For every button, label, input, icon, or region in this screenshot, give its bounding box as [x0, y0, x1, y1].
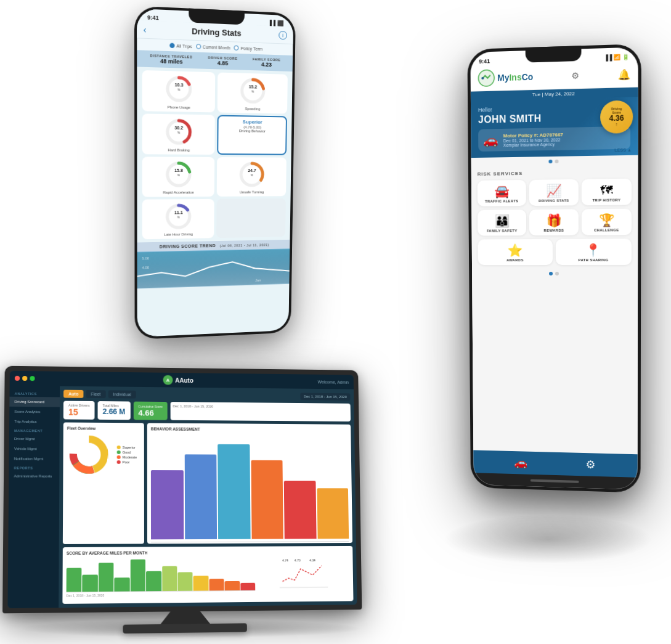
- policy-prefix: Motor Policy #:: [503, 132, 539, 138]
- sidebar-item-vehicle-mgmt[interactable]: Vehicle Mgmt: [9, 444, 60, 454]
- gauge-unsafe-turning: 24.7 % Unsafe Turning: [217, 157, 287, 197]
- gauge-driving-behavior: Superior (4.70-5.00) Driving Behavior: [217, 115, 287, 155]
- service-path-sharing[interactable]: 📍 PATH SHARING: [555, 238, 632, 265]
- service-challenge[interactable]: 🏆 CHALLENGE: [582, 209, 632, 235]
- monitor-main-content: Auto Fleet Individual Dec 1, 2018 - Jun …: [59, 386, 357, 608]
- bottom-bar-8: [177, 573, 193, 591]
- sidebar-item-score-analytics[interactable]: Score Analytics: [9, 407, 60, 417]
- car-icon: 🚗: [483, 132, 498, 148]
- bottom-bar-5: [130, 559, 145, 591]
- less-button[interactable]: LESS ▲: [614, 148, 632, 153]
- radio-current-month: [196, 44, 201, 49]
- maximize-window-control[interactable]: [30, 376, 35, 381]
- legend-dot-superior: [117, 446, 121, 449]
- service-family-safety[interactable]: 👨‍👩‍👦 FAMILY SAFETY: [478, 210, 526, 235]
- bottom-bar-1: [67, 568, 82, 592]
- sidebar-item-trip-analytics[interactable]: Trip Analytics: [9, 417, 60, 427]
- legend-label-superior: Superior: [123, 446, 136, 449]
- svg-text:11.1: 11.1: [174, 210, 183, 215]
- trend-label: DRIVING SCORE TREND: [160, 243, 216, 249]
- x-label-accel: Accel: [251, 543, 283, 544]
- gauge-hard-braking-label: Hard Braking: [168, 148, 190, 152]
- sidebar-item-notification-mgmt[interactable]: Notification Mgmt: [9, 454, 60, 463]
- monitor-sub-tab-2[interactable]: Individual: [108, 390, 136, 398]
- bell-icon[interactable]: 🔔: [618, 68, 631, 80]
- monitor-neck: [160, 611, 210, 624]
- policy-number-value: AD787667: [540, 132, 563, 138]
- monitor-sub-tab-1[interactable]: Fleet: [86, 390, 105, 398]
- sidebar-section-management: MANAGEMENT: [9, 426, 60, 434]
- left-phone: 9:41 ▐▐ ⬛ ‹ Driving Stats i All Trips Cu…: [134, 6, 296, 340]
- tab-current-month[interactable]: Current Month: [196, 44, 230, 50]
- service-trip-history[interactable]: 🗺 TRIP HISTORY: [582, 179, 632, 206]
- bar-phone: [218, 444, 250, 539]
- service-driving-stats[interactable]: 📈 DRIVING STATS: [529, 179, 579, 206]
- gauge-rapid-accel-label: Rapid Acceleration: [163, 190, 194, 194]
- superior-sublabel: Driving Behavior: [239, 129, 266, 134]
- donut-svg: [67, 433, 111, 476]
- monitor-screen: A AAuto Welcome, Admin ANALYTICS Driving…: [7, 371, 357, 608]
- legend-label-moderate: Moderate: [123, 455, 137, 459]
- info-button[interactable]: i: [279, 30, 287, 39]
- sidebar-item-admin-reports[interactable]: Administrative Reports: [9, 471, 59, 481]
- svg-text:30.2: 30.2: [174, 126, 183, 131]
- sidebar-item-driver-mgmt[interactable]: Driver Mgmt: [9, 434, 60, 444]
- trip-history-label: TRIP HISTORY: [592, 198, 620, 202]
- gauge-hard-braking: 30.2 % Hard Braking: [142, 113, 215, 155]
- services-dot-1: [549, 272, 553, 275]
- service-rewards[interactable]: 🎁 REWARDS: [529, 209, 579, 235]
- sidebar-item-driving-scorecard[interactable]: Driving Scorecard: [9, 397, 60, 407]
- back-button[interactable]: ‹: [144, 24, 147, 35]
- nav-car[interactable]: 🚗: [514, 456, 527, 470]
- left-phone-notch: [189, 9, 245, 25]
- home-bar: [531, 479, 579, 483]
- sidebar-section-analytics: ANALYTICS: [9, 389, 60, 397]
- minimize-window-control[interactable]: [22, 376, 27, 381]
- services-grid-row3: ⭐ AWARDS 📍 PATH SHARING: [478, 238, 632, 265]
- svg-text:15.8: 15.8: [174, 168, 183, 173]
- bottom-chart-date-range: Dec 1, 2018 - Jun 15, 2020: [67, 591, 350, 597]
- svg-text:%: %: [177, 215, 180, 219]
- monitor-tab-auto[interactable]: Auto: [63, 390, 83, 398]
- right-phone: 9:41 ▐▐ 📶 🔋 MyInsCo ⚙ 🔔: [467, 44, 641, 493]
- nav-settings[interactable]: ⚙: [585, 458, 595, 471]
- kpi-row: Active Drivers 15 Total Miles 2.66 M Cum…: [63, 401, 351, 422]
- driving-stats-icon: 📈: [546, 184, 561, 197]
- legend-dot-moderate: [117, 455, 121, 459]
- trend-dates: (Jul 08, 2021 - Jul 11, 2021): [220, 243, 269, 247]
- trend-chart: 5.00 4.00 Jan: [137, 248, 290, 288]
- monitor-base: [123, 623, 247, 634]
- myinsco-logo-text: MyInsCo: [497, 72, 533, 83]
- right-signal-icons: ▐▐ 📶 🔋: [604, 54, 629, 61]
- x-label-late: Late Hr: [317, 543, 349, 544]
- tab-policy-term-label: Policy Term: [241, 46, 263, 51]
- svg-text:5.00: 5.00: [142, 256, 150, 260]
- gauge-phone-usage: 10.3 % Phone Usage: [142, 70, 216, 113]
- svg-text:%: %: [177, 88, 181, 91]
- bottom-bar-4: [115, 578, 130, 592]
- svg-text:10.3: 10.3: [174, 83, 183, 88]
- service-awards[interactable]: ⭐ AWARDS: [478, 239, 552, 265]
- kpi-miles-value: 2.66 M: [103, 407, 126, 416]
- right-phone-screen: 9:41 ▐▐ 📶 🔋 MyInsCo ⚙ 🔔: [470, 47, 638, 489]
- right-time: 9:41: [479, 58, 490, 65]
- gauge-late-hour-svg: 11.1 %: [163, 202, 193, 232]
- svg-text:%: %: [251, 173, 254, 177]
- kpi-date-range-label: Dec 1, 2018 - Jun 15, 2020: [173, 404, 348, 409]
- gauges-grid: 10.3 % Phone Usage 15.2 % Speeding: [137, 67, 292, 242]
- donut-chart-title: Fleet Overview: [67, 426, 140, 431]
- donut-legend: Superior Good Moderate: [117, 446, 137, 464]
- tab-all-trips[interactable]: All Trips: [169, 43, 192, 49]
- nav-settings-icon: ⚙: [585, 458, 595, 471]
- monitor-sidebar: ANALYTICS Driving Scorecard Score Analyt…: [7, 386, 60, 608]
- settings-icon[interactable]: ⚙: [571, 70, 579, 81]
- svg-text:%: %: [177, 131, 181, 134]
- close-window-control[interactable]: [15, 376, 20, 381]
- bottom-trend-svg: 4.74 4.70 4.34: [258, 556, 350, 591]
- service-traffic-alerts[interactable]: 🚘 TRAFFIC ALERTS: [478, 180, 526, 206]
- tab-policy-term[interactable]: Policy Term: [234, 45, 262, 51]
- kpi-score: Cumulative Score 4.66: [133, 402, 167, 420]
- date-range-display: Dec 1, 2018 - Jun 15, 2020: [300, 393, 351, 400]
- sidebar-section-reports: REPORTS: [9, 463, 59, 471]
- svg-text:%: %: [251, 89, 254, 93]
